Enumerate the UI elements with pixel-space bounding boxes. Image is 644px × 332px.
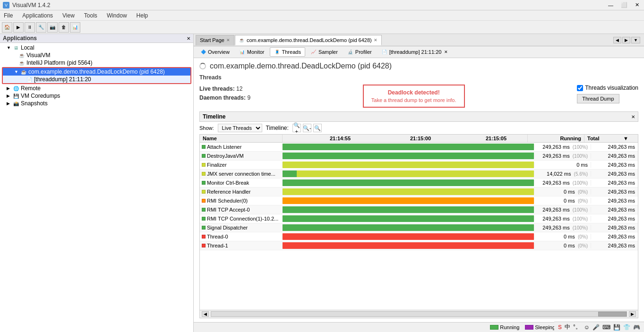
tab-bar: Start Page ✕ ☕ com.example.demo.thread.D… xyxy=(194,34,644,46)
maximize-button[interactable]: ⬜ xyxy=(619,2,629,8)
tree-intellij[interactable]: ☕ IntelliJ Platform (pid 5564) xyxy=(1,59,192,67)
tabs-left: Start Page ✕ ☕ com.example.demo.thread.D… xyxy=(196,35,382,45)
intellij-icon: ☕ xyxy=(18,60,25,66)
tree-threaddump[interactable]: 📄 [threaddump] 21:11:20 xyxy=(3,76,190,83)
toolbar-btn-1[interactable]: 🏠 xyxy=(2,22,12,33)
col-total-sort[interactable]: ▼ xyxy=(623,136,628,141)
sub-tab-sampler[interactable]: 📈 Sampler xyxy=(306,47,342,57)
thread-name: Thread-0 xyxy=(207,234,228,239)
sub-tab-monitor[interactable]: 📊 Monitor xyxy=(235,47,269,57)
thread-total: 249,263 ms xyxy=(591,198,638,204)
daemon-threads-value: 9 xyxy=(247,94,250,101)
thread-bar-cell xyxy=(283,205,534,214)
thread-bar-cell xyxy=(283,179,534,187)
live-threads-select[interactable]: Live Threads xyxy=(218,124,262,132)
thread-stats: Live threads: 12 Daemon threads: 9 xyxy=(199,85,250,102)
thread-bar xyxy=(283,153,534,159)
col-total: Total ▼ xyxy=(584,135,631,142)
thread-name-cell: Thread-1 xyxy=(200,243,283,248)
tree-deadlockdemo[interactable]: ▼ ☕ com.example.demo.thread.DeadLockDemo… xyxy=(3,68,190,76)
thread-running: 249,263 ms (100%) xyxy=(534,207,591,213)
daemon-threads-label: Daemon threads: xyxy=(199,94,246,101)
table-row: Thread-1 0 ms (0%) 249,263 ms xyxy=(200,241,638,250)
deadlock-icon: ☕ xyxy=(20,68,27,75)
thread-status-indicator xyxy=(202,235,206,238)
zoom-reset-button[interactable]: 🔍 xyxy=(313,124,322,132)
thread-bar xyxy=(283,197,534,204)
sub-tab-threaddump[interactable]: 📄 [threaddump] 21:11:20 ✕ xyxy=(377,47,453,57)
thread-dump-button[interactable]: Thread Dump xyxy=(577,94,619,103)
thread-total: 249,263 ms xyxy=(591,216,638,221)
tab-nav-prev[interactable]: ◀ xyxy=(613,37,621,43)
timeline-close[interactable]: ✕ xyxy=(631,114,635,119)
tab-nav-next[interactable]: ▶ xyxy=(622,37,630,43)
thread-name-cell: DestroyJavaVM xyxy=(200,153,283,159)
tree-coredumps[interactable]: ▶ 💾 VM Coredumps xyxy=(1,92,192,100)
tree-coredumps-label: VM Coredumps xyxy=(21,93,60,99)
thread-bar-cell xyxy=(283,187,534,196)
toolbar-btn-2[interactable]: ▶ xyxy=(13,22,24,33)
panel-close-button[interactable]: ✕ xyxy=(187,36,190,41)
minimize-button[interactable]: — xyxy=(606,2,615,8)
tree-snapshots[interactable]: ▶ 📸 Snapshots xyxy=(1,100,192,107)
table-row: RMI Scheduler(0) 0 ms (0%) 249,263 ms xyxy=(200,196,638,205)
tab-deadlock-close[interactable]: ✕ xyxy=(374,38,378,43)
expand-arrow-snap: ▶ xyxy=(7,101,11,106)
tree-local[interactable]: ▼ 🖥 Local xyxy=(1,44,192,51)
tray-item-3: °。 xyxy=(573,323,581,331)
toolbar-btn-3[interactable]: ⏸ xyxy=(25,22,35,33)
scroll-left-btn[interactable]: ◀ xyxy=(202,311,209,317)
tray-item-1: S xyxy=(558,324,562,331)
menu-view[interactable]: View xyxy=(60,11,77,20)
stats-row: Live threads: 12 Daemon threads: 9 Deadl… xyxy=(199,85,638,108)
deadlock-message: Take a thread dump to get more info. xyxy=(371,97,456,103)
legend-running-color xyxy=(490,325,498,330)
window-controls: — ⬜ ✕ xyxy=(606,2,641,8)
tab-nav-dropdown[interactable]: ▼ xyxy=(631,37,640,43)
thread-name: Reference Handler xyxy=(207,189,250,195)
horizontal-scrollbar[interactable] xyxy=(211,311,627,317)
menu-tools[interactable]: Tools xyxy=(82,11,99,20)
sub-tab-threaddump-label: [threaddump] 21:11:20 xyxy=(389,49,442,55)
toolbar-btn-4[interactable]: 🔧 xyxy=(36,22,46,33)
zoom-out-button[interactable]: 🔍- xyxy=(303,124,311,132)
tree-visualvm[interactable]: ☕ VisualVM xyxy=(1,51,192,59)
thread-bar xyxy=(283,233,534,240)
close-button[interactable]: ✕ xyxy=(633,2,641,8)
threads-viz-checkbox[interactable] xyxy=(577,85,583,91)
menu-window[interactable]: Window xyxy=(105,11,129,20)
menu-file[interactable]: File xyxy=(2,11,15,20)
thread-running: 249,263 ms (100%) xyxy=(534,153,591,159)
toolbar-btn-7[interactable]: 📊 xyxy=(70,22,80,33)
deadlock-title: Deadlock detected! xyxy=(371,89,456,96)
tab-start-page[interactable]: Start Page ✕ xyxy=(196,35,234,45)
thread-name: RMI TCP Accept-0 xyxy=(207,207,250,213)
menu-help[interactable]: Help xyxy=(135,11,150,20)
tab-start-page-close[interactable]: ✕ xyxy=(226,38,230,43)
table-row: Reference Handler 0 ms (0%) 249,263 ms xyxy=(200,187,638,196)
zoom-in-button[interactable]: 🔍+ xyxy=(292,124,301,132)
sub-tab-threads-label: Threads xyxy=(282,49,301,55)
profiler-icon: 🔬 xyxy=(347,49,354,55)
thread-status-indicator xyxy=(202,181,206,185)
tab-deadlock[interactable]: ☕ com.example.demo.thread.DeadLockDemo (… xyxy=(235,35,382,45)
toolbar-btn-5[interactable]: 📷 xyxy=(47,22,58,33)
menu-applications[interactable]: Applications xyxy=(20,11,55,20)
toolbar-btn-6[interactable]: 🗑 xyxy=(59,22,69,33)
expand-arrow-core: ▶ xyxy=(7,94,11,98)
sub-tab-overview[interactable]: 🔷 Overview xyxy=(196,47,234,57)
tree-remote[interactable]: ▶ 🌐 Remote xyxy=(1,85,192,92)
thread-name: RMI Scheduler(0) xyxy=(207,198,248,204)
scroll-right-btn[interactable]: ▶ xyxy=(629,311,636,317)
thread-total: 249,263 ms xyxy=(591,162,638,168)
sub-tab-threaddump-close[interactable]: ✕ xyxy=(444,50,448,54)
monitor-icon: 📊 xyxy=(239,49,246,55)
show-label: Show: xyxy=(199,125,214,131)
timeline-label: Timeline xyxy=(203,113,225,120)
sub-tab-threads[interactable]: 🧵 Threads xyxy=(270,47,305,57)
thread-running: 0 ms xyxy=(534,162,591,168)
menubar: File Applications View Tools Window Help xyxy=(0,10,644,21)
tab-deadlock-label: com.example.demo.thread.DeadLockDemo (pi… xyxy=(247,37,372,43)
thread-total: 249,263 ms xyxy=(591,171,638,177)
sub-tab-profiler[interactable]: 🔬 Profiler xyxy=(343,47,376,57)
